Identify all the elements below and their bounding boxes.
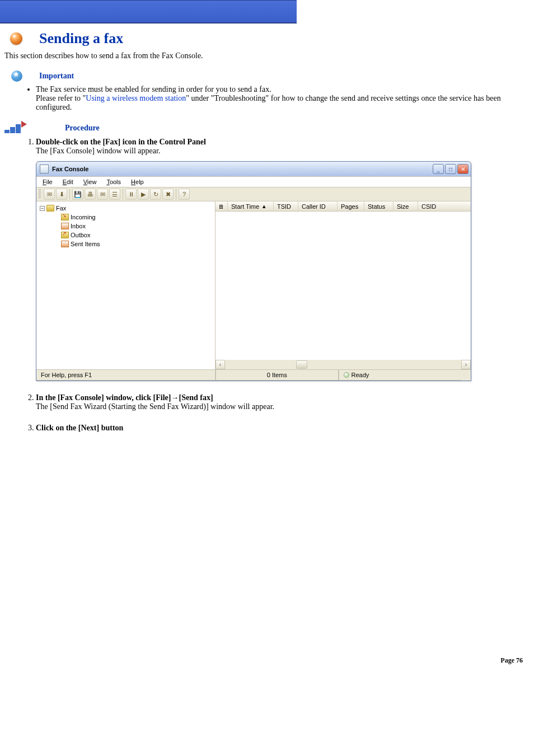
step-3: Click on the [Next] button [36,424,530,433]
fax-console-body: − Fax Incoming Inbox [36,201,471,369]
tree-incoming[interactable]: Incoming [40,213,212,222]
toolbar-receive-icon[interactable]: ⬇ [56,189,67,200]
menu-help[interactable]: Help [127,178,148,186]
top-banner [0,0,297,24]
step-1-title: Double-click on the [Fax] icon in the Co… [36,138,206,146]
page-footer: Page 76 [0,656,523,665]
important-list: The Fax service must be enabled for send… [22,85,530,112]
status-ready-text: Ready [352,372,369,378]
tree-incoming-label: Incoming [71,214,96,220]
tree-inbox-label: Inbox [71,223,86,229]
important-item: The Fax service must be enabled for send… [36,85,530,112]
outbox-folder-icon [61,232,69,238]
step-3-title: Click on the [Next] button [36,424,123,432]
inbox-folder-icon [61,223,69,229]
wireless-modem-link[interactable]: Using a wireless modem station [86,94,186,102]
tree-collapse-icon[interactable]: − [40,206,45,211]
tree-sent[interactable]: Sent Items [40,240,212,248]
toolbar-delete-icon[interactable]: ✖ [162,189,174,200]
tree-root-label: Fax [56,205,66,212]
important-text-2a: Please refer to " [36,94,86,102]
toolbar-save-icon[interactable]: 💾 [72,189,83,200]
fax-folder-icon [46,205,54,212]
toolbar-grip-icon [39,189,41,199]
ready-icon [344,372,349,378]
tree-outbox-label: Outbox [71,232,90,238]
important-star-icon [11,71,22,82]
toolbar-props-icon[interactable]: ☰ [109,189,120,200]
toolbar-new-icon[interactable]: ✉ [44,189,55,200]
tree-sent-label: Sent Items [71,241,100,247]
toolbar-help-icon[interactable]: ? [179,189,190,200]
step-2: In the [Fax Console] window, click [File… [36,393,530,411]
maximize-button[interactable]: □ [445,164,456,174]
procedure-heading-row: Procedure [4,123,534,133]
col-status[interactable]: Status [364,201,394,211]
footer-label: Page [500,656,514,664]
toolbar-print-icon[interactable]: 🖶 [85,189,96,200]
folder-tree[interactable]: − Fax Incoming Inbox [36,201,216,369]
step-2-title: In the [Fax Console] window, click [File… [36,393,213,402]
toolbar-mail-icon[interactable]: ✉ [97,189,108,200]
col-caller-id[interactable]: Caller ID [298,201,338,211]
procedure-heading: Procedure [65,124,100,133]
incoming-folder-icon [61,214,69,220]
col-pages[interactable]: Pages [338,201,364,211]
procedure-steps-icon [4,123,26,133]
close-button[interactable]: ✕ [457,164,469,174]
col-size[interactable]: Size [394,201,418,211]
list-header: 🗎 Start Time ▴ TSID Caller ID Pages Stat… [216,201,471,212]
page-title: Sending a fax [39,30,123,47]
sort-asc-icon: ▴ [263,203,266,210]
fax-console-title: Fax Console [52,166,432,172]
fax-console-window: Fax Console _ □ ✕ File Edit View Tools H… [36,161,471,381]
menu-edit[interactable]: Edit [59,178,77,186]
horizontal-scrollbar[interactable]: ‹ › [216,360,471,369]
procedure-steps: Double-click on the [Fax] icon in the Co… [22,138,530,433]
menu-bar: File Edit View Tools Help [36,176,471,187]
menu-file[interactable]: File [39,178,57,186]
tree-inbox[interactable]: Inbox [40,222,212,231]
important-heading-row: Important [11,71,534,82]
col-tsid[interactable]: TSID [274,201,298,211]
scroll-track[interactable] [225,360,461,369]
message-list: 🗎 Start Time ▴ TSID Caller ID Pages Stat… [216,201,471,369]
toolbar-pause-icon[interactable]: ⏸ [125,189,137,200]
status-items: 0 Items [216,370,339,381]
col-csid[interactable]: CSID [418,201,471,211]
sent-folder-icon [61,241,69,247]
toolbar-restart-icon[interactable]: ↻ [150,189,161,200]
step-1-desc: The [Fax Console] window will appear. [36,147,160,155]
menu-view[interactable]: View [79,178,101,186]
toolbar: ✉ ⬇ 💾 🖶 ✉ ☰ ⏸ ▶ ↻ ✖ ? [36,187,471,201]
scroll-left-icon[interactable]: ‹ [216,360,225,369]
doc-header-icon: 🗎 [218,203,224,210]
footer-number: 76 [516,656,523,664]
col-icon[interactable]: 🗎 [216,201,228,211]
fax-console-app-icon [40,165,49,173]
status-help: For Help, press F1 [36,370,216,381]
status-ready: Ready [339,370,461,381]
list-body[interactable] [216,212,471,360]
step-2-desc: The [Send Fax Wizard (Starting the Send … [36,402,274,411]
step-1: Double-click on the [Fax] icon in the Co… [36,138,530,381]
fax-console-titlebar[interactable]: Fax Console _ □ ✕ [36,162,471,176]
scroll-right-icon[interactable]: › [461,360,471,369]
col-start-time[interactable]: Start Time ▴ [228,201,274,211]
important-heading: Important [39,72,74,81]
title-row: Sending a fax [10,30,534,47]
scroll-thumb[interactable] [296,360,307,369]
important-text-1: The Fax service must be enabled for send… [36,85,271,93]
minimize-button[interactable]: _ [433,164,444,174]
tree-outbox[interactable]: Outbox [40,231,212,240]
toolbar-resume-icon[interactable]: ▶ [138,189,149,200]
tree-root[interactable]: − Fax [40,204,212,213]
menu-tools[interactable]: Tools [102,178,125,186]
section-bullet-icon [10,32,22,45]
intro-text: This section describes how to send a fax… [4,51,530,60]
status-bar: For Help, press F1 0 Items Ready [36,369,471,381]
